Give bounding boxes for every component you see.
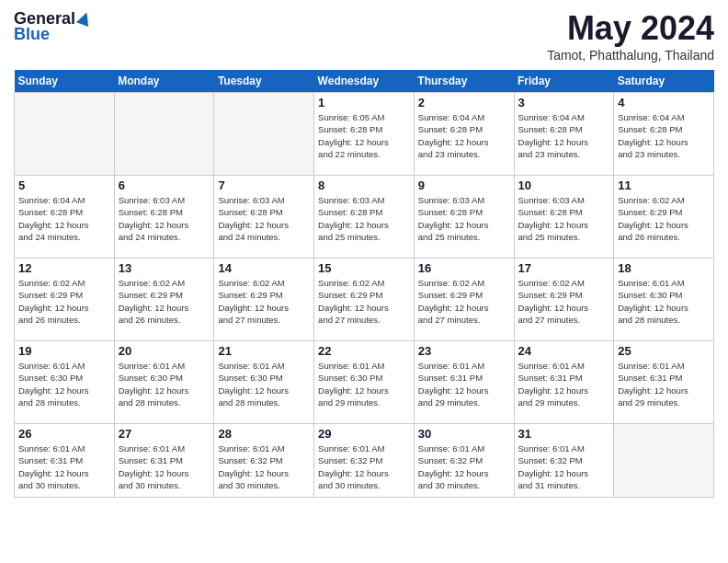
week-row-5: 26Sunrise: 6:01 AM Sunset: 6:31 PM Dayli… bbox=[15, 424, 714, 498]
calendar-cell: 28Sunrise: 6:01 AM Sunset: 6:32 PM Dayli… bbox=[214, 424, 314, 498]
header-saturday: Saturday bbox=[614, 70, 714, 93]
header-friday: Friday bbox=[514, 70, 614, 93]
calendar-cell: 21Sunrise: 6:01 AM Sunset: 6:30 PM Dayli… bbox=[214, 341, 314, 424]
calendar-cell: 26Sunrise: 6:01 AM Sunset: 6:31 PM Dayli… bbox=[15, 424, 115, 498]
day-number: 23 bbox=[418, 344, 510, 358]
day-number: 28 bbox=[218, 427, 310, 441]
day-number: 8 bbox=[318, 178, 410, 192]
day-number: 10 bbox=[518, 178, 610, 192]
calendar-cell: 24Sunrise: 6:01 AM Sunset: 6:31 PM Dayli… bbox=[514, 341, 614, 424]
day-number: 9 bbox=[418, 178, 510, 192]
day-info: Sunrise: 6:03 AM Sunset: 6:28 PM Dayligh… bbox=[218, 194, 310, 243]
calendar-cell: 23Sunrise: 6:01 AM Sunset: 6:31 PM Dayli… bbox=[414, 341, 514, 424]
calendar-cell bbox=[614, 424, 714, 498]
calendar-cell: 1Sunrise: 6:05 AM Sunset: 6:28 PM Daylig… bbox=[314, 93, 415, 176]
day-info: Sunrise: 6:01 AM Sunset: 6:30 PM Dayligh… bbox=[618, 277, 710, 326]
calendar-cell: 31Sunrise: 6:01 AM Sunset: 6:32 PM Dayli… bbox=[514, 424, 614, 498]
calendar-cell: 4Sunrise: 6:04 AM Sunset: 6:28 PM Daylig… bbox=[614, 93, 714, 176]
day-number: 26 bbox=[18, 427, 110, 441]
day-number: 14 bbox=[218, 261, 310, 275]
day-info: Sunrise: 6:02 AM Sunset: 6:29 PM Dayligh… bbox=[618, 194, 710, 243]
calendar-cell bbox=[214, 93, 314, 176]
day-number: 17 bbox=[518, 261, 610, 275]
day-info: Sunrise: 6:01 AM Sunset: 6:32 PM Dayligh… bbox=[318, 442, 410, 491]
logo-blue-text: Blue bbox=[14, 25, 50, 44]
calendar-cell: 17Sunrise: 6:02 AM Sunset: 6:29 PM Dayli… bbox=[514, 259, 614, 341]
calendar-cell: 18Sunrise: 6:01 AM Sunset: 6:30 PM Dayli… bbox=[614, 259, 714, 341]
day-number: 27 bbox=[119, 427, 210, 441]
day-info: Sunrise: 6:01 AM Sunset: 6:30 PM Dayligh… bbox=[318, 360, 410, 408]
logo: General Blue bbox=[14, 9, 93, 44]
day-number: 16 bbox=[418, 261, 510, 275]
calendar-cell: 15Sunrise: 6:02 AM Sunset: 6:29 PM Dayli… bbox=[314, 259, 415, 341]
week-row-1: 1Sunrise: 6:05 AM Sunset: 6:28 PM Daylig… bbox=[15, 93, 714, 176]
location: Tamot, Phatthalung, Thailand bbox=[547, 48, 714, 63]
day-number: 20 bbox=[119, 344, 210, 358]
day-info: Sunrise: 6:01 AM Sunset: 6:31 PM Dayligh… bbox=[418, 360, 510, 408]
calendar-cell: 6Sunrise: 6:03 AM Sunset: 6:28 PM Daylig… bbox=[114, 176, 214, 259]
calendar-cell: 5Sunrise: 6:04 AM Sunset: 6:28 PM Daylig… bbox=[15, 176, 115, 259]
day-info: Sunrise: 6:04 AM Sunset: 6:28 PM Dayligh… bbox=[618, 111, 710, 160]
calendar-table: SundayMondayTuesdayWednesdayThursdayFrid… bbox=[14, 70, 714, 498]
calendar-cell: 8Sunrise: 6:03 AM Sunset: 6:28 PM Daylig… bbox=[314, 176, 415, 259]
calendar-cell: 12Sunrise: 6:02 AM Sunset: 6:29 PM Dayli… bbox=[15, 259, 115, 341]
calendar-cell: 9Sunrise: 6:03 AM Sunset: 6:28 PM Daylig… bbox=[414, 176, 514, 259]
svg-marker-0 bbox=[76, 10, 93, 27]
day-number: 1 bbox=[318, 96, 410, 109]
calendar-cell: 11Sunrise: 6:02 AM Sunset: 6:29 PM Dayli… bbox=[614, 176, 714, 259]
day-info: Sunrise: 6:01 AM Sunset: 6:31 PM Dayligh… bbox=[119, 442, 210, 491]
calendar-cell: 27Sunrise: 6:01 AM Sunset: 6:31 PM Dayli… bbox=[114, 424, 214, 498]
day-number: 4 bbox=[618, 96, 710, 109]
header-tuesday: Tuesday bbox=[214, 70, 314, 93]
calendar-cell: 29Sunrise: 6:01 AM Sunset: 6:32 PM Dayli… bbox=[314, 424, 415, 498]
day-info: Sunrise: 6:02 AM Sunset: 6:29 PM Dayligh… bbox=[318, 277, 410, 326]
day-info: Sunrise: 6:03 AM Sunset: 6:28 PM Dayligh… bbox=[418, 194, 510, 243]
day-number: 15 bbox=[318, 261, 410, 275]
page-header: General Blue May 2024 Tamot, Phatthalung… bbox=[14, 9, 714, 63]
day-info: Sunrise: 6:02 AM Sunset: 6:29 PM Dayligh… bbox=[518, 277, 610, 326]
header-thursday: Thursday bbox=[414, 70, 514, 93]
calendar-cell: 20Sunrise: 6:01 AM Sunset: 6:30 PM Dayli… bbox=[114, 341, 214, 424]
day-number: 31 bbox=[518, 427, 610, 441]
header-sunday: Sunday bbox=[15, 70, 115, 93]
calendar-cell: 13Sunrise: 6:02 AM Sunset: 6:29 PM Dayli… bbox=[114, 259, 214, 341]
calendar-cell: 25Sunrise: 6:01 AM Sunset: 6:31 PM Dayli… bbox=[614, 341, 714, 424]
day-info: Sunrise: 6:01 AM Sunset: 6:30 PM Dayligh… bbox=[218, 360, 310, 408]
day-number: 19 bbox=[18, 344, 110, 358]
day-info: Sunrise: 6:04 AM Sunset: 6:28 PM Dayligh… bbox=[518, 111, 610, 160]
logo-icon bbox=[76, 10, 93, 27]
day-info: Sunrise: 6:01 AM Sunset: 6:31 PM Dayligh… bbox=[518, 360, 610, 408]
calendar-cell: 7Sunrise: 6:03 AM Sunset: 6:28 PM Daylig… bbox=[214, 176, 314, 259]
calendar-cell: 19Sunrise: 6:01 AM Sunset: 6:30 PM Dayli… bbox=[15, 341, 115, 424]
day-info: Sunrise: 6:01 AM Sunset: 6:32 PM Dayligh… bbox=[418, 442, 510, 491]
calendar-cell: 16Sunrise: 6:02 AM Sunset: 6:29 PM Dayli… bbox=[414, 259, 514, 341]
day-number: 2 bbox=[418, 96, 510, 109]
header-row: SundayMondayTuesdayWednesdayThursdayFrid… bbox=[15, 70, 714, 93]
calendar-cell: 2Sunrise: 6:04 AM Sunset: 6:28 PM Daylig… bbox=[414, 93, 514, 176]
calendar-cell: 14Sunrise: 6:02 AM Sunset: 6:29 PM Dayli… bbox=[214, 259, 314, 341]
day-info: Sunrise: 6:03 AM Sunset: 6:28 PM Dayligh… bbox=[518, 194, 610, 243]
day-info: Sunrise: 6:02 AM Sunset: 6:29 PM Dayligh… bbox=[218, 277, 310, 326]
week-row-2: 5Sunrise: 6:04 AM Sunset: 6:28 PM Daylig… bbox=[15, 176, 714, 259]
day-info: Sunrise: 6:01 AM Sunset: 6:31 PM Dayligh… bbox=[618, 360, 710, 408]
title-section: May 2024 Tamot, Phatthalung, Thailand bbox=[547, 9, 714, 63]
month-title: May 2024 bbox=[547, 9, 714, 48]
day-info: Sunrise: 6:02 AM Sunset: 6:29 PM Dayligh… bbox=[18, 277, 110, 326]
day-info: Sunrise: 6:02 AM Sunset: 6:29 PM Dayligh… bbox=[418, 277, 510, 326]
day-info: Sunrise: 6:02 AM Sunset: 6:29 PM Dayligh… bbox=[119, 277, 210, 326]
day-number: 6 bbox=[119, 178, 210, 192]
calendar-cell bbox=[15, 93, 115, 176]
day-info: Sunrise: 6:04 AM Sunset: 6:28 PM Dayligh… bbox=[418, 111, 510, 160]
day-number: 24 bbox=[518, 344, 610, 358]
day-number: 7 bbox=[218, 178, 310, 192]
calendar-cell: 22Sunrise: 6:01 AM Sunset: 6:30 PM Dayli… bbox=[314, 341, 415, 424]
day-number: 11 bbox=[618, 178, 710, 192]
calendar-cell: 30Sunrise: 6:01 AM Sunset: 6:32 PM Dayli… bbox=[414, 424, 514, 498]
day-info: Sunrise: 6:03 AM Sunset: 6:28 PM Dayligh… bbox=[318, 194, 410, 243]
week-row-3: 12Sunrise: 6:02 AM Sunset: 6:29 PM Dayli… bbox=[15, 259, 714, 341]
day-number: 29 bbox=[318, 427, 410, 441]
day-number: 5 bbox=[18, 178, 110, 192]
day-info: Sunrise: 6:01 AM Sunset: 6:31 PM Dayligh… bbox=[18, 442, 110, 491]
day-info: Sunrise: 6:01 AM Sunset: 6:30 PM Dayligh… bbox=[18, 360, 110, 408]
day-info: Sunrise: 6:01 AM Sunset: 6:32 PM Dayligh… bbox=[218, 442, 310, 491]
